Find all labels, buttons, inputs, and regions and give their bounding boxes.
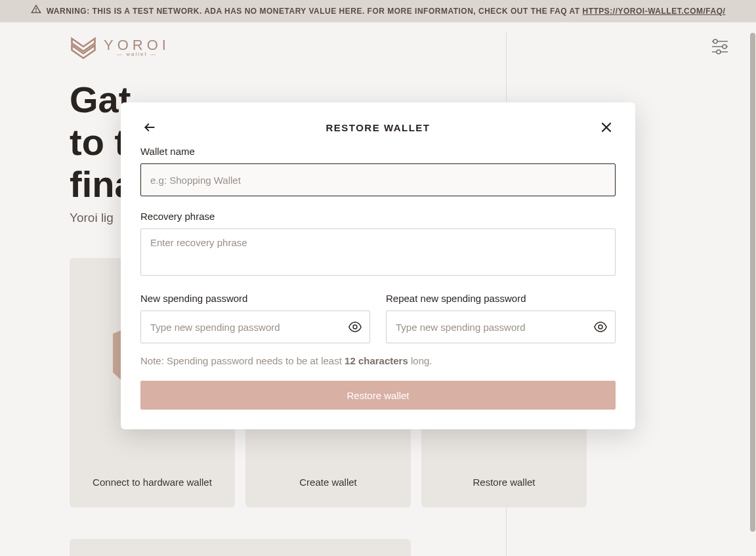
modal-title: RESTORE WALLET: [159, 122, 597, 133]
warning-icon: [31, 4, 41, 18]
card-label: Restore wallet: [472, 477, 535, 488]
new-password-input[interactable]: [140, 310, 370, 343]
restore-wallet-button[interactable]: Restore wallet: [140, 381, 616, 410]
settings-button[interactable]: [710, 37, 730, 56]
repeat-password-label: Repeat new spending password: [386, 293, 616, 304]
recovery-phrase-label: Recovery phrase: [140, 211, 616, 222]
warning-banner: WARNING: THIS IS A TEST NETWORK. ADA HAS…: [0, 0, 756, 22]
warning-text: WARNING: THIS IS A TEST NETWORK. ADA HAS…: [47, 7, 583, 16]
restore-wallet-modal: RESTORE WALLET Wallet name Recovery phra…: [121, 102, 635, 429]
topbar: YOROI — wallet —: [0, 22, 756, 66]
wallet-name-input[interactable]: [140, 163, 616, 196]
toggle-password-visibility-button[interactable]: [346, 318, 364, 335]
warning-faq-link[interactable]: HTTPS://YOROI-WALLET.COM/FAQ/: [583, 7, 726, 16]
card-label: Create wallet: [299, 477, 357, 488]
logo-subtitle: — wallet —: [117, 51, 157, 57]
recovery-phrase-input[interactable]: [140, 228, 616, 276]
close-button[interactable]: [597, 118, 616, 137]
card-label: Connect to hardware wallet: [93, 477, 212, 488]
back-button[interactable]: [140, 118, 159, 137]
note-text: Note: Spending password needs to be at l…: [140, 355, 345, 366]
wallet-name-label: Wallet name: [140, 146, 616, 157]
svg-point-7: [717, 50, 721, 54]
logo[interactable]: YOROI — wallet —: [70, 33, 170, 60]
svg-point-1: [35, 11, 36, 12]
note-text: long.: [408, 355, 432, 366]
repeat-password-input[interactable]: [386, 310, 616, 343]
new-password-label: New spending password: [140, 293, 370, 304]
yoroi-logo-icon: [70, 33, 97, 60]
note-bold: 12 characters: [345, 355, 408, 366]
svg-point-5: [723, 45, 726, 49]
password-note: Note: Spending password needs to be at l…: [140, 355, 616, 366]
svg-point-11: [353, 325, 357, 329]
extra-card[interactable]: [70, 539, 411, 556]
svg-point-3: [713, 39, 717, 43]
toggle-password-visibility-button[interactable]: [592, 318, 609, 335]
svg-point-12: [598, 325, 602, 329]
